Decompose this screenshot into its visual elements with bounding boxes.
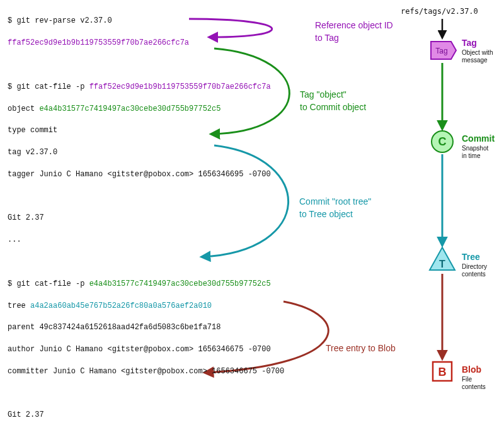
ref-path: refs/tags/v2.37.0 — [401, 6, 478, 17]
ellipsis: ... — [8, 235, 360, 245]
tag-tagger: tagger Junio C Hamano <gitster@pobox.com… — [8, 169, 360, 180]
commit-committer: committer Junio C Hamano <gitster@pobox.… — [8, 366, 360, 377]
svg-point-6 — [432, 131, 453, 152]
commit-parent: parent 49c837424a6152618aad42fa6d5083c6b… — [8, 322, 360, 333]
tag-msg: Git 2.37 — [8, 213, 360, 223]
side-commit: CommitSnapshot in time — [462, 132, 495, 160]
svg-text:T: T — [439, 259, 445, 269]
side-tag: TagObject with message — [462, 37, 493, 64]
commit-msg: Git 2.37 — [8, 410, 360, 420]
commit-author: author Junio C Hamano <gitster@pobox.com… — [8, 344, 360, 355]
svg-marker-8 — [430, 247, 455, 270]
cmd-cat-tag: $ git cat-file -p ffaf52ec9d9e1b9b119753… — [8, 82, 360, 93]
cmd-cat-commit: $ git cat-file -p e4a4b31577c7419497ac30… — [8, 279, 360, 290]
terminal-output: $ git rev-parse v2.37.0 ffaf52ec9d9e1b9b… — [8, 5, 360, 440]
tag-name: tag v2.37.0 — [8, 147, 360, 158]
side-tree: TreeDirectory contents — [462, 251, 487, 278]
svg-text:B: B — [438, 366, 447, 378]
svg-rect-10 — [433, 362, 452, 381]
tag-object-line: object e4a4b31577c7419497ac30cebe30d755b… — [8, 104, 360, 115]
commit-tree-line: tree a4a2aa60ab45e767b52a26fc80a0a576aef… — [8, 301, 360, 312]
cmd-rev-parse: $ git rev-parse v2.37.0 — [8, 16, 360, 26]
svg-text:C: C — [438, 135, 447, 148]
tag-type: type commit — [8, 125, 360, 136]
side-blob: BlobFile contents — [462, 363, 486, 391]
svg-marker-4 — [431, 42, 456, 59]
svg-text:Tag: Tag — [435, 47, 447, 55]
sha-tag: ffaf52ec9d9e1b9b119753559f70b7ae266cfc7a — [8, 38, 360, 48]
